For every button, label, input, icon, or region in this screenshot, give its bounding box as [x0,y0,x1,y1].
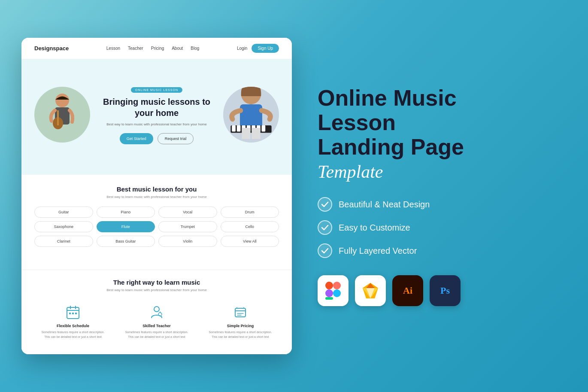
svg-rect-3 [57,110,59,125]
hero-title: Bringing music lessons to your home [97,96,217,119]
feature-simple-pricing: Simple Pricing Sometimes features requir… [202,301,279,343]
simple-pricing-desc: Sometimes features require a short descr… [206,330,275,339]
feature-flexible-schedule: Flexible Schedule Sometimes features req… [34,301,112,343]
lesson-tag-bass-guitar[interactable]: Bass Guitar [97,236,155,247]
check-icon-3 [318,243,332,258]
nav-link-pricing[interactable]: Pricing [151,46,164,51]
lesson-tag-flute[interactable]: Flute [97,221,155,232]
section-divider [21,270,292,270]
website-preview: Designspace Lesson Teacher Pricing About… [21,38,292,354]
right-panel: Online Music Lesson Landing Page Templat… [300,69,588,324]
ai-label: Ai [403,285,412,296]
lesson-tag-drum[interactable]: Drum [221,207,279,218]
ps-label: Ps [440,285,450,296]
svg-rect-21 [72,313,74,314]
simple-pricing-title: Simple Pricing [206,324,275,328]
lesson-tag-vocal[interactable]: Vocal [158,207,217,218]
teacher-icon [149,305,164,320]
marketing-feature-3: Fully Layered Vector [318,243,567,258]
hero-avatar-right [223,87,279,143]
nav-links: Lesson Teacher Pricing About Blog [106,46,200,51]
lesson-tags-grid: Guitar Piano Vocal Drum Saxophone Flute … [34,207,279,247]
illustrator-icon: Ai [392,275,423,306]
lesson-tag-piano[interactable]: Piano [97,207,155,218]
svg-point-0 [55,94,69,107]
svg-rect-20 [69,313,71,314]
skilled-teacher-desc: Sometimes features require a short descr… [122,330,191,339]
marketing-title: Online Music Lesson Landing Page [318,86,567,160]
svg-rect-14 [242,128,250,139]
hero-avatar-left [34,87,90,143]
marketing-feature-text-3: Fully Layered Vector [339,246,417,256]
svg-rect-8 [237,125,241,131]
lessons-section-title: Best music lesson for you [34,185,279,193]
svg-rect-29 [325,282,333,289]
feature-skilled-teacher: Skilled Teacher Sometimes features requi… [118,301,195,343]
nav-link-teacher[interactable]: Teacher [128,46,143,51]
lesson-tag-cello[interactable]: Cello [221,221,279,232]
marketing-title-line3: Landing Page [318,134,464,159]
lesson-tag-guitar[interactable]: Guitar [34,207,93,218]
lesson-tag-violin[interactable]: Violin [158,236,217,247]
nav-link-lesson[interactable]: Lesson [106,46,120,51]
nav-login[interactable]: Login [237,46,247,51]
marketing-title-line2: Lesson [318,110,396,135]
photoshop-icon: Ps [430,275,461,306]
svg-rect-32 [325,297,333,300]
hero-badge: ONLINE MUSIC LESSON [131,87,182,93]
skilled-teacher-title: Skilled Teacher [122,324,191,328]
svg-rect-6 [230,125,271,133]
sketch-icon [355,275,386,306]
right-way-subtitle: Best way to learn music with professiona… [34,288,279,292]
figma-icon [318,275,349,306]
lesson-tag-saxophone[interactable]: Saxophone [34,221,93,232]
marketing-feature-2: Easy to Customize [318,220,567,235]
right-way-title: The right way to learn music [34,279,279,286]
lesson-tag-view-all[interactable]: View All [221,236,279,247]
marketing-feature-text-2: Easy to Customize [339,223,410,233]
hero-buttons: Get Started Request trial [97,133,217,144]
svg-rect-22 [75,313,77,314]
flexible-schedule-desc: Sometimes features require a short descr… [39,330,107,339]
svg-rect-30 [333,282,341,289]
lesson-tag-trumpet[interactable]: Trumpet [158,221,217,232]
lessons-section: Best music lesson for you Best way to le… [21,175,292,261]
features-grid: Flexible Schedule Sometimes features req… [34,301,279,343]
svg-point-23 [154,307,159,312]
pricing-icon [233,305,248,320]
app-icons: Ai Ps [318,275,567,306]
svg-point-33 [333,289,341,297]
nav-link-blog[interactable]: Blog [191,46,199,51]
nav-link-about[interactable]: About [172,46,183,51]
calendar-icon [65,305,81,320]
hero-section: ONLINE MUSIC LESSON Bringing music lesso… [21,59,292,175]
svg-rect-5 [240,104,262,128]
svg-rect-13 [262,125,266,131]
flexible-schedule-title: Flexible Schedule [39,324,107,328]
nav-logo: Designspace [34,45,69,52]
svg-rect-7 [232,125,236,131]
hero-text: ONLINE MUSIC LESSON Bringing music lesso… [90,85,223,144]
marketing-features-list: Beautiful & Neat Design Easy to Customiz… [318,197,567,258]
get-started-button[interactable]: Get Started [120,133,153,144]
marketing-title-script: Template [318,161,567,182]
left-panel: Designspace Lesson Teacher Pricing About… [0,0,300,392]
nav-actions: Login Sign Up [237,44,279,53]
marketing-feature-text-1: Beautiful & Neat Design [339,200,430,210]
check-icon-1 [318,197,332,212]
svg-rect-31 [325,289,333,297]
marketing-feature-1: Beautiful & Neat Design [318,197,567,212]
right-way-section: The right way to learn music Best way to… [21,279,292,354]
request-trial-button[interactable]: Request trial [158,133,194,144]
nav-bar: Designspace Lesson Teacher Pricing About… [21,38,292,59]
lesson-tag-clarinet[interactable]: Clarinet [34,236,93,247]
check-icon-2 [318,220,332,235]
hero-content: ONLINE MUSIC LESSON Bringing music lesso… [21,59,292,175]
nav-signup-button[interactable]: Sign Up [252,44,279,53]
lessons-section-subtitle: Best way to learn music with professiona… [34,195,279,199]
svg-rect-26 [235,308,246,317]
hero-subtitle: Best way to learn music with professiona… [97,122,217,127]
svg-rect-15 [252,128,260,139]
marketing-title-line1: Online Music [318,85,457,110]
